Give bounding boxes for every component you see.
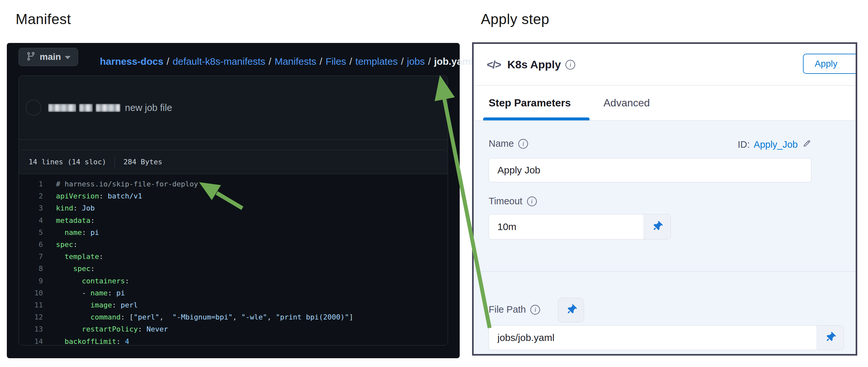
file-content-box: 14 lines (14 sloc) 284 Bytes 1# harness.… [19, 150, 448, 345]
code-line: 11 image: perl [19, 299, 448, 311]
step-id-row: ID: Apply_Job [738, 139, 812, 150]
step-tabs: Step ParametersAdvanced [474, 86, 856, 121]
code-line: 7 template: [19, 250, 448, 263]
breadcrumb-link[interactable]: default-k8s-manifests [173, 56, 265, 67]
code-line: 8 spec: [19, 263, 448, 275]
code-line: 14 backoffLimit: 4 [19, 335, 448, 345]
tab-step-parameters[interactable]: Step Parameters [489, 86, 571, 120]
line-number[interactable]: 1 [27, 180, 43, 188]
k8s-apply-step-panel: </> K8s Apply i Apply Step ParametersAdv… [472, 42, 857, 356]
code-line: 3kind: Job [19, 202, 448, 214]
branch-selector-button[interactable]: main [19, 48, 78, 66]
line-number[interactable]: 2 [27, 192, 43, 200]
info-icon[interactable]: i [527, 196, 537, 206]
line-number[interactable]: 13 [27, 325, 43, 333]
file-path-input-wrap [489, 325, 844, 350]
code-text: kind: Job [56, 204, 95, 212]
name-input-wrap [489, 158, 811, 182]
file-navigation-row: main harness-docs/default-k8s-manifests/… [19, 48, 78, 66]
info-icon[interactable]: i [565, 60, 575, 70]
tab-advanced[interactable]: Advanced [603, 86, 650, 120]
apply-changes-button[interactable]: Apply [803, 54, 857, 74]
breadcrumb-link[interactable]: templates [355, 56, 398, 67]
code-text: spec: [56, 240, 78, 249]
chevron-down-icon [65, 56, 71, 59]
line-number[interactable]: 3 [27, 204, 43, 212]
breadcrumb-separator: / [346, 56, 355, 67]
line-number[interactable]: 9 [27, 277, 43, 285]
code-step-icon: </> [487, 58, 501, 71]
step-parameters-form: Name i ID: Apply_Job Timeout i [474, 121, 856, 354]
code-viewer: 1# harness.io/skip-file-for-deploy2apiVe… [19, 174, 448, 345]
code-text: spec: [56, 265, 95, 273]
code-text: # harness.io/skip-file-for-deploy [56, 180, 198, 188]
breadcrumb-link[interactable]: jobs [407, 56, 425, 67]
breadcrumb-link[interactable]: harness-docs [100, 56, 163, 67]
code-text: - name: pi [56, 289, 125, 297]
code-line: 5 name: pi [19, 226, 448, 239]
manifest-section-title: Manifest [16, 11, 71, 27]
github-file-panel: main harness-docs/default-k8s-manifests/… [7, 43, 460, 358]
code-line: 9 containers: [19, 275, 448, 287]
name-input[interactable] [489, 158, 811, 182]
code-line: 6spec: [19, 239, 448, 250]
pin-icon [563, 303, 578, 317]
line-number[interactable]: 14 [27, 337, 43, 345]
line-number[interactable]: 5 [27, 228, 43, 237]
timeout-label-text: Timeout [489, 196, 523, 207]
commit-message[interactable]: new job file [125, 102, 172, 113]
code-line: 13 restartPolicy: Never [19, 323, 448, 335]
timeout-input-wrap [489, 214, 671, 240]
line-number[interactable]: 7 [27, 252, 43, 261]
code-text: restartPolicy: Never [56, 325, 168, 333]
code-text: apiVersion: batch/v1 [56, 192, 142, 200]
code-line: 10 - name: pi [19, 287, 448, 299]
breadcrumb-separator: / [316, 56, 326, 67]
id-label: ID: [738, 139, 750, 150]
code-line: 1# harness.io/skip-file-for-deploy [19, 178, 448, 190]
line-number[interactable]: 12 [27, 313, 43, 321]
breadcrumb-separator: / [163, 56, 173, 67]
breadcrumb-separator: / [398, 56, 407, 67]
code-line: 12 command: ["perl", "-Mbignum=bpi", "-w… [19, 311, 448, 323]
divider [474, 271, 856, 272]
page: Manifest Apply step main harness-docs/de… [0, 0, 868, 367]
code-text: containers: [56, 277, 129, 285]
breadcrumb-link[interactable]: Files [326, 56, 346, 67]
step-header: </> K8s Apply i Apply [474, 44, 856, 86]
avatar[interactable] [26, 100, 41, 115]
edit-pencil-icon[interactable] [802, 139, 811, 150]
file-path-runtime-input-button[interactable] [558, 298, 584, 323]
breadcrumb: harness-docs/default-k8s-manifests/Manif… [100, 48, 474, 75]
code-text: image: perl [56, 301, 138, 309]
line-number[interactable]: 6 [27, 240, 43, 249]
line-number[interactable]: 8 [27, 265, 43, 273]
file-path-input[interactable] [489, 325, 844, 350]
step-id-link[interactable]: Apply_Job [754, 139, 798, 150]
timeout-field-label: Timeout i [489, 196, 537, 207]
file-path-runtime-input-toggle[interactable] [816, 326, 844, 350]
info-icon[interactable]: i [518, 139, 528, 149]
timeout-runtime-input-toggle[interactable] [643, 214, 671, 239]
name-field-label: Name i [489, 138, 528, 149]
info-icon[interactable]: i [530, 305, 540, 315]
commit-row: new job file [19, 76, 448, 140]
file-stats-header: 14 lines (14 sloc) 284 Bytes [19, 150, 448, 174]
line-number[interactable]: 4 [27, 216, 43, 224]
name-label-text: Name [489, 138, 514, 149]
line-number[interactable]: 10 [27, 289, 43, 297]
breadcrumb-separator: / [425, 56, 434, 67]
file-path-label-text: File Path [489, 304, 526, 315]
git-branch-icon [26, 52, 36, 62]
pin-icon [823, 330, 837, 345]
file-line-count: 14 lines (14 sloc) [29, 158, 106, 166]
breadcrumb-link[interactable]: Manifests [275, 56, 316, 67]
breadcrumb-separator: / [266, 56, 275, 67]
code-text: command: ["perl", "-Mbignum=bpi", "-wle"… [56, 313, 353, 321]
breadcrumb-current-file: job.yaml [434, 56, 474, 67]
code-text: template: [56, 252, 103, 261]
apply-step-section-title: Apply step [481, 11, 549, 27]
divider [115, 156, 115, 168]
file-size: 284 Bytes [123, 158, 162, 166]
line-number[interactable]: 11 [27, 301, 43, 309]
